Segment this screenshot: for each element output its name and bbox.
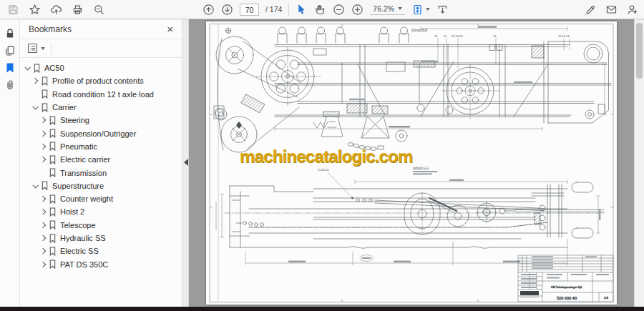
chevron-down-icon	[398, 7, 402, 10]
bookmark-item[interactable]: AC50	[20, 61, 182, 74]
title-block-name: HM Teleskopausleger Spl.	[551, 286, 582, 289]
bookmark-item[interactable]: PAT DS 350C	[20, 257, 182, 270]
bookmark-item[interactable]: Suspension/Outrigger	[20, 127, 182, 139]
fit-width-icon[interactable]	[436, 4, 449, 16]
chevron-right-icon[interactable]	[40, 144, 46, 149]
page-total-label: / 174	[265, 5, 282, 14]
bookmark-item-label: Counter weight	[60, 194, 113, 203]
bookmark-item-label: Hoist 2	[60, 207, 84, 216]
drawing-labels-bottom: Schnitt C-C 25,26,16	[318, 166, 437, 175]
chevron-down-icon	[426, 8, 430, 11]
pdf-viewer-window: 70 / 174 76.2%	[0, 0, 644, 311]
bookmarks-title: Bookmarks	[29, 24, 167, 34]
bookmark-icon	[49, 194, 57, 204]
zoom-level-dropdown[interactable]: 76.2%	[370, 4, 405, 15]
toolbar-divider	[51, 43, 52, 54]
chevron-right-icon[interactable]	[40, 248, 46, 254]
bookmark-item[interactable]: Electric SS	[20, 245, 182, 257]
chevron-right-icon[interactable]	[40, 235, 46, 241]
save-icon[interactable]	[7, 4, 19, 16]
bookmarks-toolbar	[20, 39, 182, 58]
bookmark-icon	[41, 76, 49, 86]
chevron-down-icon[interactable]	[24, 64, 30, 70]
bookmark-icon	[49, 168, 57, 177]
bookmark-icon	[49, 260, 57, 269]
next-page-icon[interactable]	[221, 4, 233, 16]
collapse-panel-icon[interactable]	[184, 159, 188, 166]
bookmark-item[interactable]: Transmission	[20, 166, 182, 179]
find-icon[interactable]	[93, 4, 105, 16]
bookmark-icon	[49, 155, 57, 164]
bookmark-icon	[49, 247, 57, 256]
bookmarks-panel-icon[interactable]	[0, 59, 20, 76]
sign-in-account-icon[interactable]	[626, 4, 638, 16]
star-icon[interactable]	[29, 4, 41, 16]
bookmark-icon	[49, 129, 57, 138]
pdf-page: Schnitt B-B 12 11 22,23,24 13 15,16 14	[206, 21, 617, 305]
chevron-right-icon[interactable]	[32, 78, 38, 84]
bookmark-item[interactable]: Road condition 12 t axle load	[20, 88, 182, 101]
fill-sign-icon[interactable]	[585, 4, 597, 16]
chevron-right-icon[interactable]	[40, 157, 46, 162]
bookmark-item[interactable]: Hydraulic SS	[20, 232, 182, 245]
print-icon[interactable]	[72, 4, 84, 16]
zoom-out-icon[interactable]	[333, 4, 345, 16]
page-thumbnails-icon[interactable]	[0, 42, 20, 59]
bookmark-item-label: Hydraulic SS	[60, 234, 106, 242]
bookmarks-options-button[interactable]	[27, 43, 45, 54]
chevron-right-icon[interactable]	[40, 209, 46, 214]
attachments-icon[interactable]	[0, 76, 20, 94]
select-tool-icon[interactable]	[296, 4, 308, 16]
email-icon[interactable]	[605, 4, 618, 16]
drawing-label: 11	[444, 34, 447, 38]
drawing-label: 15,16 14	[558, 34, 570, 38]
bookmark-item-label: Transmission	[60, 169, 107, 177]
chevron-right-icon[interactable]	[40, 130, 46, 136]
title-block: HM Teleskopausleger Spl. 526 000 40 2:5	[518, 255, 613, 302]
bookmark-item[interactable]: Carrier	[20, 101, 182, 114]
bookmark-item-label: Superstructure	[52, 182, 104, 190]
bookmark-item-label: Steering	[60, 116, 89, 124]
bookmark-item[interactable]: Superstructure	[20, 179, 182, 192]
chevron-right-icon[interactable]	[40, 222, 46, 227]
security-lock-icon[interactable]	[0, 25, 20, 42]
bookmark-icon	[41, 103, 49, 112]
bookmarks-panel: Bookmarks × AC50Profile of product conte…	[20, 19, 182, 307]
document-viewport[interactable]: Schnitt B-B 12 11 22,23,24 13 15,16 14	[189, 19, 634, 307]
bookmark-item[interactable]: Pneumatic	[20, 140, 182, 153]
scrollbar-thumb[interactable]	[636, 23, 643, 79]
chevron-down-icon[interactable]	[32, 104, 38, 109]
chevron-down-icon[interactable]	[32, 182, 38, 188]
page-number-input[interactable]: 70	[240, 4, 259, 16]
vertical-scrollbar[interactable]	[634, 19, 644, 307]
boom-plan-view	[225, 182, 604, 248]
hand-tool-icon[interactable]	[314, 4, 326, 16]
page-display-mode-dropdown[interactable]	[411, 4, 430, 16]
bookmark-item[interactable]: Counter weight	[20, 192, 182, 205]
bookmark-item[interactable]: Telescope	[20, 219, 182, 232]
bookmark-item-label: Road condition 12 t axle load	[52, 90, 154, 99]
bookmark-item[interactable]: Steering	[20, 114, 182, 127]
close-icon[interactable]: ×	[167, 24, 173, 34]
bookmark-item-label: PAT DS 350C	[60, 260, 108, 269]
chevron-right-icon[interactable]	[40, 196, 46, 202]
navigation-rail	[0, 19, 20, 307]
chevron-right-icon[interactable]	[40, 261, 46, 267]
drawing-label: 22,23,24	[452, 34, 463, 38]
bookmark-item-label: Telescope	[60, 221, 96, 229]
bookmark-item[interactable]: Profile of product contents	[20, 74, 182, 87]
bookmark-icon	[49, 234, 57, 243]
drawing-labels-top: Schnitt B-B 12 11 22,23,24 13 15,16 14	[411, 28, 570, 38]
drawing-label: Schnitt C-C	[413, 166, 429, 169]
toolbar-divider	[288, 4, 289, 16]
drawing-number: 526 000 40	[557, 296, 577, 300]
previous-page-icon[interactable]	[203, 4, 215, 16]
page-display-icon	[411, 4, 424, 16]
bookmark-item-label: Electric carrier	[60, 155, 110, 164]
chevron-right-icon[interactable]	[40, 117, 46, 123]
bookmark-item[interactable]: Hoist 2	[20, 205, 182, 218]
bookmark-item-label: Electric SS	[60, 247, 99, 255]
zoom-in-icon[interactable]	[351, 4, 364, 16]
cloud-upload-icon[interactable]	[50, 4, 62, 16]
bookmark-item[interactable]: Electric carrier	[20, 153, 182, 166]
